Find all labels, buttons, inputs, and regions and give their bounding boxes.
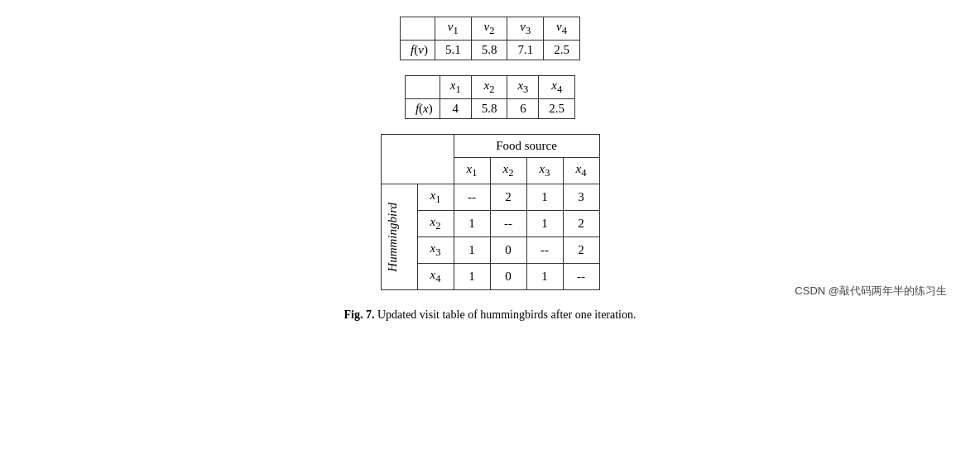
cell-r1c4: 3 <box>563 184 599 211</box>
caption-bold: Fig. 7. <box>343 308 374 321</box>
cell-r3c1: 1 <box>454 237 490 264</box>
fx-x4: 2.5 <box>539 99 575 119</box>
page-container: v1 v2 v3 v4 f(v) 5.1 5.8 7.1 2.5 <box>0 17 980 322</box>
cell-r3c2: 0 <box>490 237 526 264</box>
food-source-header: Food source <box>454 135 599 158</box>
x3-header: x3 <box>507 76 539 99</box>
hummingbird-rotated-label: Hummingbird <box>382 194 404 280</box>
row-x2-label: x2 <box>417 211 454 237</box>
row-x4-label: x4 <box>417 264 454 290</box>
table-row: x1 x2 x3 x4 <box>405 76 574 99</box>
cell-r4c4: -- <box>563 264 599 290</box>
col-x3: x3 <box>526 158 563 184</box>
empty-cell <box>405 76 440 99</box>
fv-v1: 5.1 <box>435 41 471 60</box>
row-x3-label: x3 <box>417 237 454 264</box>
col-x4: x4 <box>563 158 599 184</box>
fv-label: f(v) <box>401 41 435 60</box>
v2-header: v2 <box>471 17 507 41</box>
cell-r1c1: -- <box>454 184 490 211</box>
x4-header: x4 <box>539 76 575 99</box>
fv-v3: 7.1 <box>507 41 544 60</box>
table-row: f(v) 5.1 5.8 7.1 2.5 <box>401 41 580 60</box>
cell-r1c2: 2 <box>490 184 526 211</box>
fx-x1: 4 <box>440 99 471 119</box>
col-x1: x1 <box>454 158 490 184</box>
caption-text: Updated visit table of hummingbirds afte… <box>374 308 636 321</box>
table1-wrapper: v1 v2 v3 v4 f(v) 5.1 5.8 7.1 2.5 <box>400 17 580 60</box>
col-x2: x2 <box>490 158 526 184</box>
cell-r2c3: 1 <box>526 211 563 237</box>
table-row: f(x) 4 5.8 6 2.5 <box>405 99 574 119</box>
cell-r2c1: 1 <box>454 211 490 237</box>
cell-r4c3: 1 <box>526 264 563 290</box>
cell-r2c2: -- <box>490 211 526 237</box>
cell-r3c3: -- <box>526 237 563 264</box>
fv-v4: 2.5 <box>544 41 580 60</box>
hummingbird-label-cell: Hummingbird <box>381 184 417 290</box>
x2-header: x2 <box>471 76 507 99</box>
v4-header: v4 <box>544 17 580 41</box>
cell-r2c4: 2 <box>563 211 599 237</box>
watermark: CSDN @敲代码两年半的练习生 <box>795 284 947 299</box>
v1-header: v1 <box>435 17 471 41</box>
fx-table: x1 x2 x3 x4 f(x) 4 5.8 6 2.5 <box>405 75 575 119</box>
hummingbird-table: Food source x1 x2 x3 x4 Hummingbird x1 -… <box>381 134 600 290</box>
table-row: v1 v2 v3 v4 <box>401 17 580 41</box>
cell-r3c4: 2 <box>563 237 599 264</box>
row-x1-label: x1 <box>417 184 454 211</box>
fx-label: f(x) <box>405 99 440 119</box>
x1-header: x1 <box>440 76 471 99</box>
fx-x2: 5.8 <box>471 99 507 119</box>
cell-r4c1: 1 <box>454 264 490 290</box>
fv-table: v1 v2 v3 v4 f(v) 5.1 5.8 7.1 2.5 <box>400 17 580 60</box>
empty-cell <box>401 17 435 41</box>
cell-r1c3: 1 <box>526 184 563 211</box>
table-row-food-header: Food source <box>381 135 599 158</box>
table-row-x1: Hummingbird x1 -- 2 1 3 <box>381 184 599 211</box>
main-table-wrapper: Food source x1 x2 x3 x4 Hummingbird x1 -… <box>381 134 600 290</box>
fv-v2: 5.8 <box>471 41 507 60</box>
v3-header: v3 <box>507 17 544 41</box>
fx-x3: 6 <box>507 99 539 119</box>
table2-wrapper: x1 x2 x3 x4 f(x) 4 5.8 6 2.5 <box>405 75 575 119</box>
cell-r4c2: 0 <box>490 264 526 290</box>
figure-caption: Fig. 7. Updated visit table of hummingbi… <box>343 308 636 322</box>
